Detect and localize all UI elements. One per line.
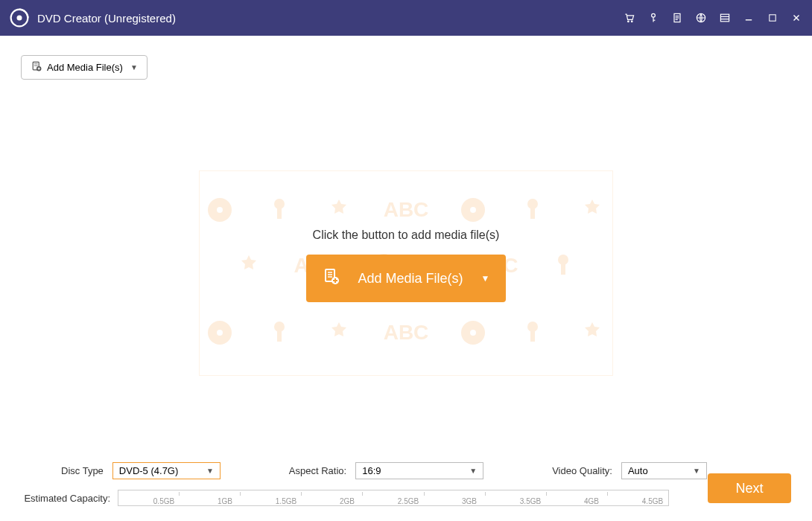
maximize-icon[interactable] [766, 11, 779, 25]
svg-rect-41 [277, 331, 282, 342]
capacity-tick: 4.5GB [607, 497, 668, 505]
capacity-tick: 3GB [424, 497, 485, 505]
capacity-tick: 1GB [180, 497, 241, 505]
add-file-icon [323, 268, 340, 290]
instruction-text: Click the button to add media file(s) [313, 228, 500, 242]
settings-row: Disc Type DVD-5 (4.7G) ▼ Aspect Ratio: 1… [21, 462, 791, 479]
svg-point-2 [628, 21, 629, 22]
capacity-tick: 0.5GB [118, 497, 180, 505]
key-icon[interactable] [647, 11, 660, 25]
document-icon[interactable] [670, 11, 684, 25]
svg-rect-12 [720, 14, 729, 22]
globe-icon[interactable] [694, 11, 708, 25]
aspect-ratio-select[interactable]: 16:9 ▼ [355, 462, 483, 479]
svg-rect-32 [530, 208, 535, 219]
capacity-tick: 3.5GB [485, 497, 546, 505]
next-button[interactable]: Next [708, 473, 791, 503]
toolbar: Add Media File(s) ▼ [0, 36, 812, 80]
svg-point-44 [527, 322, 538, 332]
svg-point-30 [470, 207, 476, 213]
chevron-down-icon: ▼ [130, 63, 138, 71]
add-media-dropdown-button-small[interactable]: Add Media File(s) ▼ [21, 55, 148, 80]
svg-rect-16 [770, 15, 775, 21]
chevron-down-icon: ▼ [206, 467, 214, 475]
svg-point-31 [527, 199, 538, 209]
add-media-label: Add Media File(s) [358, 271, 463, 287]
svg-rect-45 [530, 331, 535, 342]
menu-icon[interactable] [718, 11, 732, 25]
svg-point-4 [652, 13, 656, 17]
capacity-tick: 2.5GB [363, 497, 424, 505]
capacity-label: Estimated Capacity: [21, 493, 110, 504]
svg-point-36 [558, 255, 568, 265]
watermark-row: ABC [205, 318, 608, 348]
add-file-icon [31, 60, 42, 74]
main-drop-area: ABC ABC BC ABC Click the button to add m… [0, 80, 812, 467]
titlebar: DVD Creator (Unregistered) [0, 0, 812, 36]
add-media-label: Add Media File(s) [47, 62, 123, 73]
svg-point-43 [470, 330, 476, 336]
next-label: Next [735, 481, 763, 496]
cart-icon[interactable] [623, 11, 636, 25]
video-quality-select[interactable]: Auto ▼ [621, 462, 707, 479]
svg-point-40 [274, 322, 285, 332]
watermark-row: ABC [205, 195, 608, 225]
svg-rect-28 [277, 208, 282, 219]
disc-type-select[interactable]: DVD-5 (4.7G) ▼ [112, 462, 221, 479]
capacity-row: Estimated Capacity: 0.5GB 1GB 1.5GB 2GB … [21, 490, 791, 506]
minimize-icon[interactable] [742, 11, 755, 25]
add-media-dropdown-button-big[interactable]: Add Media File(s) ▼ [306, 255, 506, 302]
video-quality-label: Video Quality: [552, 465, 612, 476]
bottom-settings-bar: Disc Type DVD-5 (4.7G) ▼ Aspect Ratio: 1… [0, 462, 812, 506]
svg-point-27 [274, 199, 285, 209]
svg-point-3 [631, 21, 632, 22]
capacity-tick: 4GB [546, 497, 607, 505]
aspect-ratio-value: 16:9 [362, 465, 381, 476]
close-icon[interactable] [790, 11, 803, 25]
capacity-tick: 2GB [302, 497, 363, 505]
chevron-down-icon: ▼ [481, 273, 490, 284]
disc-type-label: Disc Type [61, 465, 104, 476]
svg-rect-37 [561, 264, 565, 275]
disc-type-value: DVD-5 (4.7G) [119, 465, 178, 476]
svg-point-1 [17, 16, 22, 21]
aspect-ratio-label: Aspect Ratio: [289, 465, 346, 476]
video-quality-value: Auto [628, 465, 648, 476]
chevron-down-icon: ▼ [469, 467, 477, 475]
svg-point-39 [217, 330, 223, 336]
svg-point-26 [217, 207, 223, 213]
capacity-tick: 1.5GB [241, 497, 302, 505]
app-title: DVD Creator (Unregistered) [37, 12, 176, 25]
titlebar-icons [623, 11, 803, 25]
app-logo-icon [9, 7, 30, 28]
chevron-down-icon: ▼ [693, 467, 700, 475]
capacity-bar: 0.5GB 1GB 1.5GB 2GB 2.5GB 3GB 3.5GB 4GB … [118, 490, 669, 506]
